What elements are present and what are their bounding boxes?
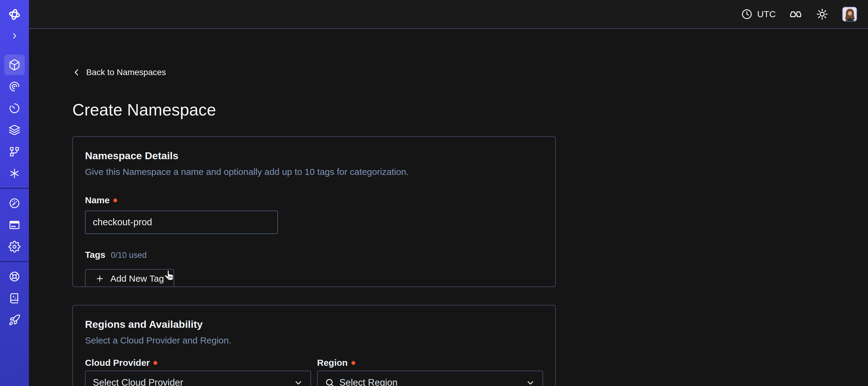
timezone-label: UTC bbox=[757, 9, 776, 19]
glasses-icon bbox=[789, 7, 802, 21]
region-label: Region bbox=[317, 357, 543, 368]
sidebar-item-support[interactable] bbox=[4, 266, 25, 287]
cloud-provider-placeholder: Select Cloud Provider bbox=[93, 377, 183, 386]
spiral-icon bbox=[8, 81, 21, 93]
chevron-right-icon bbox=[10, 32, 19, 40]
sidebar-item-settings[interactable] bbox=[4, 236, 25, 257]
sun-icon bbox=[815, 7, 829, 21]
tags-label: Tags bbox=[85, 250, 105, 260]
sidebar-item-schedules[interactable] bbox=[4, 98, 25, 119]
region-placeholder: Select Region bbox=[339, 377, 398, 386]
add-new-tag-button[interactable]: Add New Tag bbox=[85, 269, 174, 287]
layers-icon bbox=[8, 124, 21, 136]
cube-icon bbox=[8, 59, 21, 71]
sidebar-divider bbox=[0, 188, 29, 189]
chevron-left-icon bbox=[72, 68, 81, 77]
regions-title: Regions and Availability bbox=[85, 318, 543, 331]
temporal-logo-icon bbox=[7, 7, 22, 22]
sidebar-expand-button[interactable] bbox=[8, 32, 21, 40]
sidebar-item-billing[interactable] bbox=[4, 215, 25, 235]
chevron-down-icon bbox=[526, 378, 535, 386]
asterisk-icon bbox=[8, 167, 21, 179]
namespace-name-input[interactable] bbox=[85, 210, 278, 234]
back-link-label: Back to Namespaces bbox=[86, 67, 166, 77]
sidebar-item-workflows[interactable] bbox=[4, 76, 25, 97]
timezone-selector[interactable]: UTC bbox=[741, 8, 776, 20]
add-new-tag-label: Add New Tag bbox=[110, 273, 164, 284]
sidebar-divider bbox=[0, 261, 29, 262]
search-icon bbox=[325, 378, 335, 386]
theme-toggle-button[interactable] bbox=[815, 7, 829, 21]
main-content: Back to Namespaces Create Namespace Name… bbox=[29, 30, 868, 386]
sidebar-nav-help bbox=[4, 266, 25, 330]
sidebar-item-namespaces[interactable] bbox=[4, 55, 25, 75]
regions-card: Regions and Availability Select a Cloud … bbox=[72, 305, 556, 386]
region-select[interactable]: Select Region bbox=[317, 370, 543, 386]
branch-nodes-icon bbox=[8, 146, 21, 158]
billing-card-icon bbox=[8, 219, 21, 231]
rocket-icon bbox=[8, 314, 21, 326]
name-field-label: Name bbox=[85, 195, 543, 206]
sidebar-item-docs[interactable] bbox=[4, 288, 25, 308]
sidebar-item-getting-started[interactable] bbox=[4, 310, 25, 330]
regions-subtitle: Select a Cloud Provider and Region. bbox=[85, 334, 543, 347]
tags-header: Tags 0/10 used bbox=[85, 250, 543, 260]
chevron-down-icon bbox=[293, 378, 303, 386]
avatar-portrait bbox=[843, 7, 857, 22]
sidebar-nav-primary bbox=[4, 55, 25, 184]
back-to-namespaces-link[interactable]: Back to Namespaces bbox=[72, 67, 166, 77]
cloud-provider-select[interactable]: Select Cloud Provider bbox=[85, 370, 311, 386]
gauge-icon bbox=[8, 197, 21, 209]
namespace-details-card: Namespace Details Give this Namespace a … bbox=[72, 136, 556, 287]
plus-icon bbox=[95, 274, 104, 283]
required-marker bbox=[113, 199, 117, 202]
sidebar-item-deployments[interactable] bbox=[4, 120, 25, 140]
sidebar-nav-account bbox=[4, 193, 25, 257]
namespace-details-subtitle: Give this Namespace a name and optionall… bbox=[85, 166, 543, 178]
namespace-details-title: Namespace Details bbox=[85, 149, 543, 162]
user-avatar[interactable] bbox=[842, 7, 857, 22]
sidebar-item-nexus[interactable] bbox=[4, 142, 25, 162]
required-marker bbox=[351, 361, 355, 365]
cloud-provider-field: Cloud Provider Select Cloud Provider bbox=[85, 357, 311, 386]
cloud-provider-label: Cloud Provider bbox=[85, 357, 311, 368]
timer-clock-icon bbox=[8, 102, 21, 114]
required-marker bbox=[153, 361, 157, 365]
region-field: Region Select Region bbox=[317, 357, 543, 386]
page-title: Create Namespace bbox=[72, 100, 868, 119]
sidebar bbox=[0, 0, 29, 386]
tags-used-counter: 0/10 used bbox=[111, 250, 147, 260]
labs-toggle-button[interactable] bbox=[789, 7, 802, 21]
sidebar-item-batch-operations[interactable] bbox=[4, 163, 25, 184]
lifebuoy-icon bbox=[8, 270, 21, 283]
sidebar-item-usage[interactable] bbox=[4, 193, 25, 213]
topbar: UTC bbox=[29, 0, 868, 29]
book-sparkle-icon bbox=[8, 292, 21, 304]
clock-icon bbox=[741, 8, 753, 20]
gear-icon bbox=[8, 241, 21, 253]
